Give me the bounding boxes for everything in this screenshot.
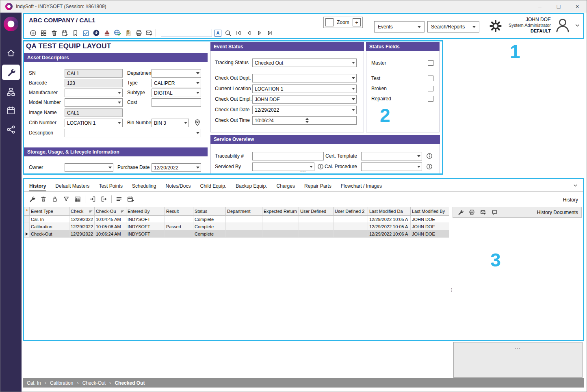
owner-select[interactable]	[65, 163, 113, 172]
match-case-icon[interactable]: A	[214, 30, 221, 37]
tab-scheduling[interactable]: Scheduling	[132, 180, 156, 191]
traceability-field[interactable]	[252, 152, 324, 160]
nav-next-button[interactable]	[256, 29, 264, 37]
close-button[interactable]: ×	[568, 0, 587, 13]
chevron-down-icon[interactable]	[574, 22, 581, 28]
nav-first-button[interactable]	[234, 29, 243, 37]
search-input[interactable]	[161, 29, 212, 37]
check-out-time-stepper[interactable]: 10:06:24	[252, 116, 357, 125]
tab-notes-docs[interactable]: Notes/Docs	[165, 180, 191, 191]
type-select[interactable]: CALIPER	[152, 79, 201, 87]
image-name-field[interactable]: CAL1	[65, 108, 123, 117]
wrench-icon[interactable]	[456, 208, 464, 217]
tab-history[interactable]: History	[29, 180, 46, 191]
tab-charges[interactable]: Charges	[276, 180, 295, 191]
layout-grid-icon[interactable]	[39, 29, 48, 37]
vertical-splitter-handle[interactable]: ⋮	[449, 287, 454, 292]
check-in-icon[interactable]	[92, 29, 100, 37]
minimize-button[interactable]: –	[531, 0, 549, 13]
comment-icon[interactable]	[490, 208, 498, 217]
column-header-status[interactable]: Status	[193, 207, 226, 216]
tools-icon[interactable]	[2, 65, 20, 80]
share-icon[interactable]	[6, 125, 15, 134]
import-icon[interactable]	[89, 195, 97, 203]
table-row[interactable]: Calibration 12/29/2022 10:05:08 AM INDYS…	[24, 223, 449, 230]
tab-default-masters[interactable]: Default Masters	[55, 180, 90, 191]
tracking-status-select[interactable]: Checked Out	[252, 58, 357, 67]
sn-field[interactable]: CAL1	[65, 69, 123, 78]
check-out-dept-select[interactable]	[252, 74, 357, 82]
cal-procedure-select[interactable]	[361, 162, 422, 171]
repaired-checkbox[interactable]	[428, 96, 433, 102]
date-grid-icon[interactable]	[74, 195, 82, 203]
table-row[interactable]: Cal. In 12/29/2022 10:04:45 AM INDYSOFT …	[24, 216, 449, 223]
send-mail-icon[interactable]	[145, 29, 153, 37]
location-pin-icon[interactable]	[194, 119, 201, 126]
home-icon[interactable]	[6, 48, 15, 57]
current-location-select[interactable]: LOCATION 1	[252, 84, 357, 93]
test-checkbox[interactable]	[428, 76, 433, 81]
filter-icon[interactable]	[62, 195, 70, 203]
column-header-last-modified-by[interactable]: Last Modified By	[411, 207, 449, 216]
time-spinner-icon[interactable]	[305, 118, 355, 123]
stamp-icon[interactable]	[103, 29, 111, 37]
clipboard-icon[interactable]	[124, 29, 132, 37]
description-select[interactable]	[65, 129, 201, 137]
delete-icon[interactable]	[39, 195, 48, 203]
events-select[interactable]: Events	[374, 21, 425, 32]
list-icon[interactable]	[115, 195, 123, 203]
splitter-handle[interactable]: ...	[300, 167, 306, 173]
lock-icon[interactable]	[51, 195, 59, 203]
add-event-icon[interactable]	[126, 195, 134, 203]
column-header-user-defined[interactable]: User Defined	[299, 207, 334, 216]
column-header-check-out-time[interactable]: Check-Ou	[95, 207, 126, 216]
splitter-handle[interactable]: ...	[515, 343, 521, 350]
info-icon[interactable]	[426, 163, 433, 170]
table-row-selected[interactable]: Check-Out 12/29/2022 10:06:24 AM INDYSOF…	[24, 230, 449, 238]
tab-flowchart-images[interactable]: Flowchart / Images	[340, 180, 382, 191]
edit-check-icon[interactable]	[82, 29, 90, 37]
key-column-header[interactable]: *	[24, 207, 30, 216]
cert-template-select[interactable]	[361, 152, 422, 160]
tab-child-equip[interactable]: Child Equip.	[200, 180, 227, 191]
info-icon[interactable]	[317, 163, 324, 170]
print-icon[interactable]	[134, 29, 143, 37]
crib-number-select[interactable]: LOCATION 1	[65, 119, 123, 127]
column-header-event-type[interactable]: Event Type	[30, 207, 69, 216]
tab-backup-equip[interactable]: Backup Equip.	[235, 180, 267, 191]
maximize-button[interactable]: □	[549, 0, 568, 13]
broken-checkbox[interactable]	[428, 86, 433, 91]
column-header-result[interactable]: Result	[165, 207, 193, 216]
bin-number-select[interactable]: BIN 3	[152, 119, 189, 127]
column-header-expected-return[interactable]: Expected Return	[262, 207, 299, 216]
manufacturer-select[interactable]	[65, 89, 123, 97]
model-number-select[interactable]	[65, 98, 123, 107]
column-header-entered-by[interactable]: Entered By	[126, 207, 165, 216]
zoom-out-button[interactable]: –	[325, 18, 334, 26]
settings-gear-icon[interactable]	[489, 19, 503, 33]
print-icon[interactable]	[468, 208, 476, 217]
search-reports-select[interactable]: Search/Reports	[427, 21, 479, 32]
mail-icon[interactable]	[479, 208, 487, 217]
calendar-icon[interactable]	[6, 106, 15, 115]
column-header-check-date[interactable]: Check	[69, 207, 95, 216]
nav-prev-button[interactable]	[245, 29, 253, 37]
sitemap-icon[interactable]	[6, 87, 15, 96]
globe-check-icon[interactable]	[113, 29, 121, 37]
add-icon[interactable]	[29, 29, 37, 37]
bookmark-icon[interactable]	[71, 29, 79, 37]
user-menu[interactable]: JOHN DOE System Administrator DEFAULT	[509, 17, 581, 34]
column-header-department[interactable]: Department	[226, 207, 262, 216]
edit-event-icon[interactable]	[61, 29, 69, 37]
column-header-user-defined-2[interactable]: User Defined 2	[334, 207, 368, 216]
check-out-date-select[interactable]: 12/29/2022	[252, 106, 357, 114]
department-select[interactable]	[152, 69, 201, 78]
info-icon[interactable]	[426, 153, 433, 159]
purchase-date-field[interactable]: 12/20/2022	[152, 163, 201, 172]
delete-icon[interactable]	[50, 29, 58, 37]
check-out-empl-select[interactable]: JOHN DOE	[252, 95, 357, 104]
barcode-field[interactable]: 123	[65, 79, 123, 87]
subtype-select[interactable]: DIGITAL	[152, 89, 201, 97]
master-checkbox[interactable]	[428, 60, 433, 66]
column-header-last-modified-date[interactable]: Last Modified Da	[368, 207, 411, 216]
